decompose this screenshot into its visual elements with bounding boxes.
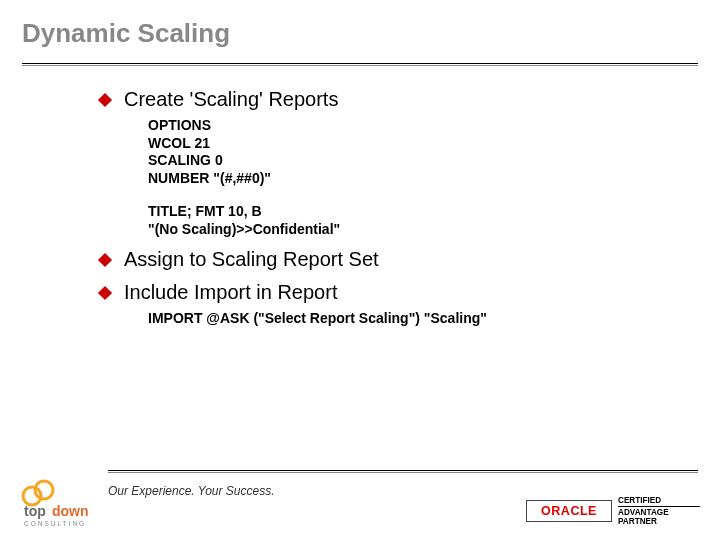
bullet-item: Assign to Scaling Report Set: [100, 248, 690, 271]
bullet-diamond-icon: [98, 286, 112, 300]
footer: Our Experience. Your Success. top down C…: [0, 462, 720, 540]
bullet-item: Create 'Scaling' Reports: [100, 88, 690, 111]
bullet-text: Assign to Scaling Report Set: [124, 248, 379, 271]
code-block: TITLE; FMT 10, B "(No Scaling)>>Confiden…: [148, 203, 690, 238]
footer-rule: [108, 470, 698, 473]
oracle-logo: ORACLE: [526, 500, 612, 522]
slide-title: Dynamic Scaling: [0, 0, 720, 49]
cert-line: CERTIFIED: [618, 496, 661, 505]
cert-line: PARTNER: [618, 517, 657, 526]
svg-text:top: top: [24, 503, 46, 519]
code-block: IMPORT @ASK ("Select Report Scaling") "S…: [148, 310, 690, 328]
topdown-logo: top down CONSULTING: [18, 476, 98, 528]
svg-text:down: down: [52, 503, 89, 519]
bullet-item: Include Import in Report: [100, 281, 690, 304]
bullet-text: Include Import in Report: [124, 281, 337, 304]
certified-partner-badge: CERTIFIED ADVANTAGE PARTNER: [618, 496, 700, 526]
cert-line: ADVANTAGE: [618, 508, 669, 517]
bullet-diamond-icon: [98, 253, 112, 267]
svg-text:CONSULTING: CONSULTING: [24, 520, 86, 527]
bullet-diamond-icon: [98, 93, 112, 107]
footer-tagline: Our Experience. Your Success.: [108, 484, 275, 498]
content-area: Create 'Scaling' Reports OPTIONS WCOL 21…: [0, 66, 720, 328]
code-block: OPTIONS WCOL 21 SCALING 0 NUMBER "(#,##0…: [148, 117, 690, 187]
bullet-text: Create 'Scaling' Reports: [124, 88, 338, 111]
